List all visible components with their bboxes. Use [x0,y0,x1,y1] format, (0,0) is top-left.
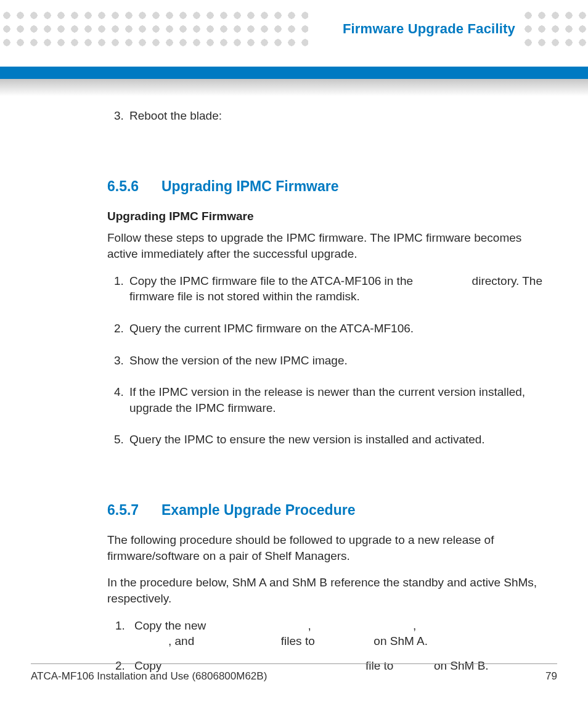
section-657-heading: 6.5.7 Example Upgrade Procedure [107,501,551,520]
list-item: Reboot the blade: [127,108,551,124]
list-item: Query the IPMC to ensure the new version… [127,432,551,448]
step-text-part: , and [168,634,198,647]
section-paragraph: The following procedure should be follow… [107,532,551,564]
section-paragraph: In the procedure below, ShM A and ShM B … [107,575,551,606]
section-subheading: Upgrading IPMC Firmware [107,208,551,224]
list-item: Copy the IPMC firmware file to the ATCA-… [127,273,551,305]
step-text: Query the current IPMC firmware on the A… [129,322,414,335]
page-footer: ATCA-MF106 Installation and Use (6806800… [31,663,557,683]
step-text: Query the IPMC to ensure the new version… [129,433,485,446]
decorative-dots-right [521,9,588,47]
section-title: Upgrading IPMC Firmware [161,177,339,196]
section-656-heading: 6.5.6 Upgrading IPMC Firmware [107,177,551,196]
list-item: Copy the new , , , and files to on ShM A… [128,618,551,649]
step-text: Show the version of the new IPMC image. [129,354,348,367]
list-item-text: Reboot the blade: [129,109,222,122]
step-text-part: Copy the IPMC firmware file to the ATCA-… [129,274,416,287]
step-text-part: on ShM A. [370,634,428,647]
upgrade-steps-list: Copy the IPMC firmware file to the ATCA-… [107,273,551,448]
list-item: Show the version of the new IPMC image. [127,353,551,369]
list-item: If the IPMC version in the release is ne… [127,384,551,416]
page-content: Reboot the blade: 6.5.6 Upgrading IPMC F… [107,108,551,683]
page-header-title: Firmware Upgrade Facility [343,21,515,37]
step-text-part: , [308,619,314,632]
step-text-part: Copy the new [134,619,209,632]
list-item: Query the current IPMC firmware on the A… [127,321,551,337]
section-656-body: Upgrading IPMC Firmware Follow these ste… [107,208,551,448]
continued-ordered-list: Reboot the blade: [107,108,551,124]
step-text-part: files to [278,634,318,647]
header-blue-bar [0,67,588,79]
decorative-dots-left [0,9,308,47]
section-title: Example Upgrade Procedure [161,501,355,520]
section-number: 6.5.7 [107,501,144,520]
document-page: Firmware Upgrade Facility Reboot the bla… [0,0,588,706]
section-number: 6.5.6 [107,177,144,196]
footer-doc-title: ATCA-MF106 Installation and Use (6806800… [31,670,267,683]
step-text: If the IPMC version in the release is ne… [129,385,525,414]
footer-page-number: 79 [545,670,557,683]
section-intro-paragraph: Follow these steps to upgrade the IPMC f… [107,230,551,261]
section-657-body: The following procedure should be follow… [107,532,551,673]
step-text-part: , [413,619,416,632]
header-gradient [0,79,588,96]
